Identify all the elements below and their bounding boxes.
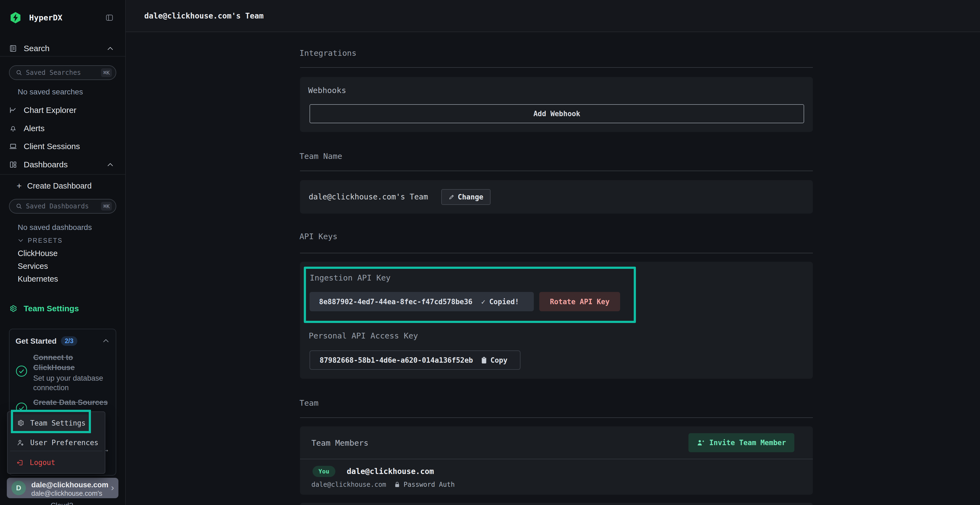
section-divider — [300, 253, 813, 253]
preset-services[interactable]: Services — [18, 262, 48, 271]
add-webhook-label: Add Webhook — [533, 110, 580, 118]
step-title: Connect to ClickHouse — [33, 353, 110, 373]
chevron-up-icon — [107, 162, 113, 167]
brand-name: HyperDX — [29, 13, 62, 22]
saved-dashboards-input-wrap[interactable]: ⌘K — [9, 199, 116, 214]
member-row: You dale@clickhouse.com — [312, 466, 434, 477]
sidebar-item-team-settings[interactable]: Team Settings — [0, 302, 126, 316]
rotate-api-key-label: Rotate API Key — [550, 298, 609, 306]
logout-icon — [16, 459, 24, 466]
menu-item-user-preferences[interactable]: User Preferences — [17, 435, 99, 450]
add-webhook-button[interactable]: Add Webhook — [310, 104, 804, 123]
chevron-up-icon — [107, 46, 113, 51]
team-settings-link-label: Team Settings — [24, 304, 79, 313]
menu-item-team-settings[interactable]: Team Settings — [14, 414, 88, 432]
section-title-team-name: Team Name — [299, 152, 342, 161]
shortcut-badge: ⌘K — [101, 202, 112, 211]
section-divider — [300, 171, 813, 171]
saved-dashboards-input[interactable] — [26, 202, 101, 210]
check-icon: ✓ — [481, 298, 486, 306]
menu-item-label: Team Settings — [30, 419, 86, 427]
presets-toggle[interactable]: PRESETS — [0, 235, 126, 246]
sidebar-item-label: Client Sessions — [24, 142, 80, 151]
rotate-api-key-button[interactable]: Rotate API Key — [539, 292, 620, 311]
create-dashboard-button[interactable]: + Create Dashboard — [0, 177, 126, 195]
hyperdx-logo-icon — [9, 11, 22, 24]
personal-key-chip[interactable]: 87982668-58b1-4d6e-a620-014a136f52eb Cop… — [310, 351, 520, 370]
plus-icon: + — [17, 181, 22, 191]
invite-team-member-label: Invite Team Member — [710, 438, 786, 447]
member-email: dale@clickhouse.com — [347, 467, 434, 476]
sidebar-item-client-sessions[interactable]: Client Sessions — [0, 138, 126, 155]
preset-clickhouse[interactable]: ClickHouse — [18, 249, 58, 258]
section-divider — [300, 418, 813, 418]
no-saved-dashboards: No saved dashboards — [18, 223, 92, 232]
step-title: Create Data Sources — [33, 397, 112, 407]
create-dashboard-label: Create Dashboard — [27, 181, 92, 191]
lock-icon — [395, 481, 400, 488]
ingestion-key-chip[interactable]: 8e887902-4ed7-44ea-8fec-f47cd578be36 ✓ C… — [310, 292, 534, 311]
sidebar-section-dashboards[interactable]: Dashboards — [0, 156, 126, 173]
brand-row: HyperDX — [0, 10, 126, 25]
sidebar-item-label: Alerts — [24, 124, 45, 133]
journal-icon — [9, 44, 17, 52]
you-badge: You — [312, 466, 336, 477]
chevron-up-icon[interactable] — [103, 338, 109, 343]
sidebar-item-alerts[interactable]: Alerts — [0, 120, 126, 137]
chevron-down-icon — [18, 239, 24, 243]
menu-item-label: Logout — [30, 459, 55, 467]
team-members-header: Team Members Invite Team Member — [300, 426, 813, 459]
copy-button-label[interactable]: Copy — [490, 356, 508, 364]
section-title-api-keys: API Keys — [299, 232, 337, 241]
ingestion-key-value: 8e887902-4ed7-44ea-8fec-f47cd578be36 — [319, 298, 473, 306]
panel-toggle-icon[interactable] — [105, 14, 114, 22]
change-team-name-button[interactable]: Change — [441, 189, 490, 205]
clipped-cloud-text: Cloud? — [51, 501, 73, 505]
pencil-icon — [449, 194, 455, 200]
section-title-integrations: Integrations — [299, 48, 356, 58]
chart-icon — [9, 106, 17, 114]
menu-item-logout[interactable]: Logout — [16, 455, 98, 470]
next-card-sliver — [300, 503, 813, 505]
user-team: dale@clickhouse.com's — [31, 489, 102, 497]
saved-searches-input[interactable] — [26, 69, 101, 76]
sidebar-section-search[interactable]: Search — [0, 41, 126, 56]
presets-label: PRESETS — [28, 237, 63, 245]
user-account-chip[interactable]: D dale@clickhouse.com dale@clickhouse.co… — [7, 478, 118, 498]
avatar: D — [11, 481, 26, 495]
search-icon — [16, 69, 22, 76]
member-meta-row: dale@clickhouse.com Password Auth — [312, 480, 455, 489]
divider — [0, 174, 125, 175]
user-plus-icon — [697, 439, 705, 446]
team-name-value: dale@clickhouse.com's Team — [309, 180, 428, 214]
dashboard-grid-icon — [9, 160, 17, 169]
team-name-card: dale@clickhouse.com's Team Change — [300, 180, 813, 214]
copied-indicator: Copied! — [489, 298, 519, 306]
sidebar-item-label: Chart Explorer — [24, 106, 76, 115]
member-email-sub: dale@clickhouse.com — [312, 481, 386, 488]
sidebar-search-label: Search — [24, 44, 49, 53]
webhooks-label: Webhooks — [308, 86, 346, 95]
team-members-label: Team Members — [312, 438, 369, 448]
user-gear-icon — [17, 439, 24, 446]
preset-kubernetes[interactable]: Kubernetes — [18, 275, 58, 284]
page-title: dale@clickhouse.com's Team — [144, 0, 264, 32]
sidebar-item-chart-explorer[interactable]: Chart Explorer — [0, 102, 126, 119]
api-keys-card: Ingestion API Key 8e887902-4ed7-44ea-8fe… — [300, 262, 813, 379]
shortcut-badge: ⌘K — [101, 68, 112, 77]
progress-badge: 2/3 — [61, 336, 77, 346]
chevron-right-icon: › — [111, 482, 114, 493]
user-name: dale@clickhouse.com — [31, 481, 108, 489]
saved-searches-input-wrap[interactable]: ⌘K — [9, 65, 116, 80]
divider — [0, 56, 125, 57]
ingestion-key-label: Ingestion API Key — [310, 273, 391, 283]
menu-item-label: User Preferences — [30, 438, 98, 447]
change-label: Change — [458, 193, 484, 201]
member-auth: Password Auth — [404, 481, 455, 488]
invite-team-member-button[interactable]: Invite Team Member — [689, 433, 794, 452]
get-started-step-1[interactable]: Connect to ClickHouse Set up your databa… — [33, 353, 110, 392]
personal-key-value: 87982668-58b1-4d6e-a620-014a136f52eb — [320, 356, 473, 364]
account-menu: Team Settings User Preferences — [7, 411, 105, 474]
laptop-icon — [9, 142, 17, 151]
gear-icon — [9, 305, 17, 313]
